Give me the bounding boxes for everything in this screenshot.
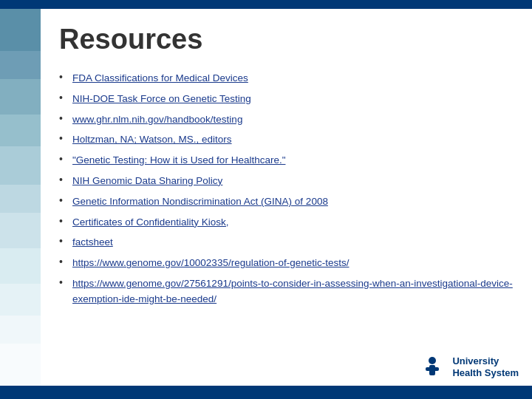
- logo-text: University Health System: [452, 355, 519, 378]
- list-item: Certificates of Confidentiality Kiosk,: [59, 214, 517, 230]
- resource-link-6[interactable]: Genetic Information Nondiscrimination Ac…: [72, 196, 328, 207]
- uhs-logo-icon: [418, 353, 446, 381]
- bottom-bar: [0, 386, 532, 399]
- resource-link-8[interactable]: factsheet: [72, 236, 113, 248]
- list-item: https://www.genome.gov/10002335/regulati…: [59, 255, 517, 270]
- list-item: FDA Classifications for Medical Devices: [59, 70, 517, 86]
- list-item: NIH Genomic Data Sharing Policy: [59, 173, 517, 188]
- resource-link-1[interactable]: NIH-DOE Task Force on Genetic Testing: [72, 93, 251, 104]
- list-item: NIH-DOE Task Force on Genetic Testing: [59, 91, 517, 106]
- resource-link-10[interactable]: https://www.genome.gov/27561291/points-t…: [72, 278, 513, 304]
- logo-area: University Health System: [418, 353, 519, 381]
- resource-link-4[interactable]: "Genetic Testing: How it is Used for Hea…: [72, 154, 285, 166]
- resource-link-5[interactable]: NIH Genomic Data Sharing Policy: [72, 175, 222, 186]
- list-item: Holtzman, NA; Watson, MS., editors: [59, 132, 517, 147]
- page-title: Resources: [59, 24, 517, 55]
- logo-line1: University: [452, 355, 499, 367]
- resource-link-7[interactable]: Certificates of Confidentiality Kiosk,: [72, 216, 229, 228]
- resources-list: FDA Classifications for Medical DevicesN…: [59, 70, 517, 307]
- svg-point-1: [429, 357, 436, 364]
- resource-link-2[interactable]: www.ghr.nlm.nih.gov/handbook/testing: [72, 114, 242, 125]
- left-strip: [0, 9, 41, 386]
- resource-link-3[interactable]: Holtzman, NA; Watson, MS., editors: [72, 134, 232, 145]
- svg-rect-3: [426, 367, 439, 371]
- list-item: Genetic Information Nondiscrimination Ac…: [59, 194, 517, 209]
- resource-link-9[interactable]: https://www.genome.gov/10002335/regulati…: [72, 257, 349, 268]
- main-content: Resources FDA Classifications for Medica…: [41, 9, 532, 386]
- top-bar: [0, 0, 532, 9]
- list-item: "Genetic Testing: How it is Used for Hea…: [59, 152, 517, 168]
- list-item: www.ghr.nlm.nih.gov/handbook/testing: [59, 112, 517, 127]
- logo-line2: Health System: [452, 367, 519, 379]
- resource-link-0[interactable]: FDA Classifications for Medical Devices: [72, 72, 248, 83]
- list-item: https://www.genome.gov/27561291/points-t…: [59, 276, 517, 307]
- list-item: factsheet: [59, 234, 517, 250]
